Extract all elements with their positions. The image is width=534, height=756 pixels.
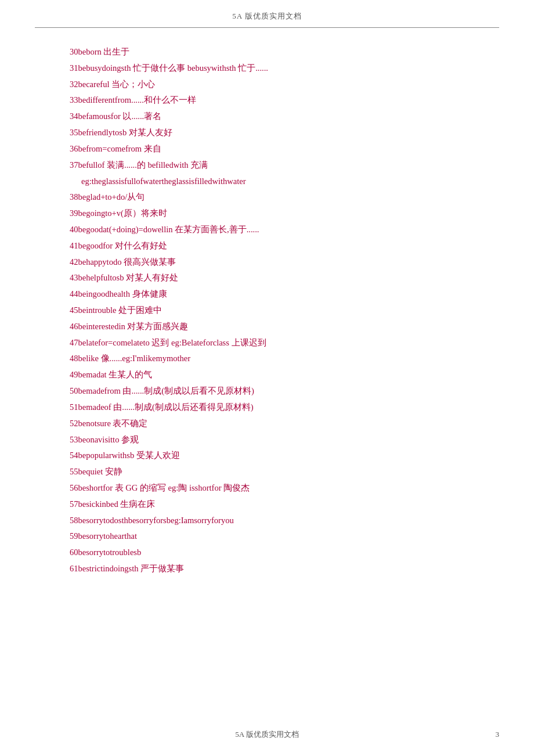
- page-footer: 5A 版优质实用文档 3: [0, 729, 534, 740]
- page-header: 5A 版优质实用文档: [35, 0, 499, 28]
- page: 5A 版优质实用文档 30beborn 出生于31bebusydoingsth …: [0, 0, 534, 756]
- line-44: 44beingoodhealth 身体健康: [70, 286, 464, 302]
- line-36: 36befrom=comefrom 来自: [70, 141, 464, 157]
- line-37: 37befullof 装满......的 befilledwith 充满: [70, 157, 464, 173]
- line-32: 32becareful 当心；小心: [70, 77, 464, 92]
- line-48: 48belike 像......eg:I'mlikemymother: [70, 351, 464, 366]
- footer-page-number: 3: [496, 730, 500, 739]
- line-eg: eg:theglassisfullofwatertheglassisfilled…: [70, 174, 464, 189]
- line-31: 31bebusydoingsth 忙于做什么事 bebusywithsth 忙于…: [70, 60, 464, 76]
- line-43: 43behelpfultosb 对某人有好处: [70, 270, 464, 286]
- line-59: 59besorrytohearthat: [70, 528, 464, 544]
- line-33: 33bedifferentfrom......和什么不一样: [70, 92, 464, 108]
- line-39: 39begoingto+v(原）将来时: [70, 206, 464, 221]
- line-46: 46beinterestedin 对某方面感兴趣: [70, 319, 464, 334]
- line-49: 49bemadat 生某人的气: [70, 367, 464, 383]
- line-53: 53beonavisitto 参观: [70, 432, 464, 448]
- line-57: 57besickinbed 生病在床: [70, 496, 464, 512]
- line-47: 47belatefor=comelateto 迟到 eg:Belateforcl…: [70, 335, 464, 351]
- line-45: 45beintrouble 处于困难中: [70, 303, 464, 318]
- line-61: 61bestrictindoingsth 严于做某事: [70, 561, 464, 577]
- line-60: 60besorrytotroublesb: [70, 545, 464, 560]
- line-41: 41begoodfor 对什么有好处: [70, 238, 464, 254]
- content-area: 30beborn 出生于31bebusydoingsth 忙于做什么事 bebu…: [0, 28, 534, 612]
- line-56: 56beshortfor 表 GG 的缩写 eg:陶 isshortfor 陶俊…: [70, 480, 464, 496]
- line-34: 34befamousfor 以......著名: [70, 109, 464, 124]
- line-42: 42behappytodo 很高兴做某事: [70, 254, 464, 270]
- line-30: 30beborn 出生于: [70, 44, 464, 60]
- line-58: 58besorrytodosthbesorryforsbeg:Iamsorryf…: [70, 513, 464, 528]
- line-38: 38beglad+to+do/从句: [70, 189, 464, 205]
- line-40: 40begoodat(+doing)=dowellin 在某方面善长,善于...…: [70, 222, 464, 237]
- line-51: 51bemadeof 由......制成(制成以后还看得见原材料): [70, 399, 464, 415]
- footer-title: 5A 版优质实用文档: [35, 729, 499, 740]
- line-50: 50bemadefrom 由......制成(制成以后看不见原材料): [70, 383, 464, 399]
- line-54: 54bepopularwithsb 受某人欢迎: [70, 448, 464, 463]
- header-title: 5A 版优质实用文档: [232, 12, 301, 20]
- line-52: 52benotsure 表不确定: [70, 416, 464, 431]
- line-35: 35befriendlytosb 对某人友好: [70, 125, 464, 141]
- line-55: 55bequiet 安静: [70, 464, 464, 480]
